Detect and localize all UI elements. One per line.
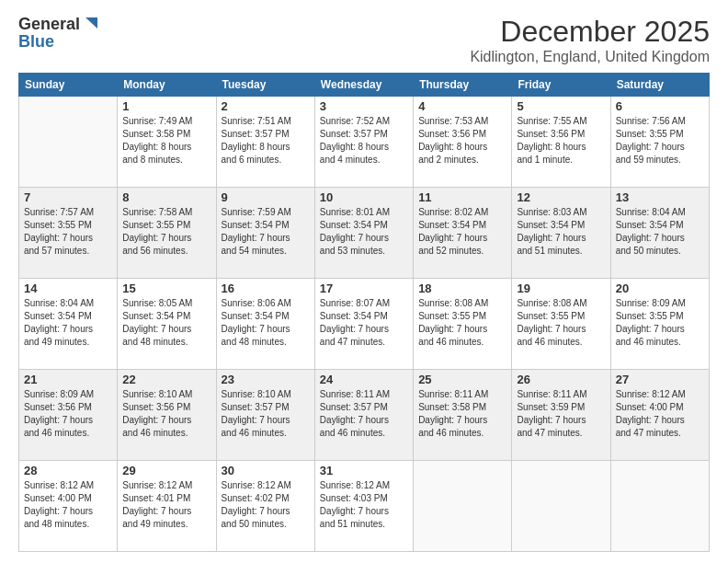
header-row: SundayMondayTuesdayWednesdayThursdayFrid…	[19, 74, 710, 97]
day-number: 1	[122, 99, 210, 113]
col-header-sunday: Sunday	[19, 74, 118, 97]
day-info: Sunrise: 7:51 AM Sunset: 3:57 PM Dayligh…	[222, 115, 310, 167]
calendar-cell: 6Sunrise: 7:56 AM Sunset: 3:55 PM Daylig…	[610, 97, 709, 188]
calendar-cell: 20Sunrise: 8:09 AM Sunset: 3:55 PM Dayli…	[610, 279, 709, 370]
day-info: Sunrise: 8:12 AM Sunset: 4:00 PM Dayligh…	[616, 388, 704, 440]
day-info: Sunrise: 8:09 AM Sunset: 3:56 PM Dayligh…	[24, 388, 112, 440]
day-number: 2	[222, 99, 310, 113]
calendar-cell: 7Sunrise: 7:57 AM Sunset: 3:55 PM Daylig…	[19, 188, 118, 279]
day-info: Sunrise: 7:57 AM Sunset: 3:55 PM Dayligh…	[24, 206, 112, 258]
day-number: 16	[222, 282, 310, 295]
calendar-cell: 21Sunrise: 8:09 AM Sunset: 3:56 PM Dayli…	[19, 370, 118, 461]
day-info: Sunrise: 7:58 AM Sunset: 3:55 PM Dayligh…	[122, 206, 210, 258]
calendar-cell: 16Sunrise: 8:06 AM Sunset: 3:54 PM Dayli…	[216, 279, 314, 370]
day-number: 10	[320, 190, 408, 204]
header: General Blue December 2025 Kidlington, E…	[18, 15, 710, 65]
day-info: Sunrise: 8:11 AM Sunset: 3:57 PM Dayligh…	[320, 388, 408, 440]
calendar-cell: 10Sunrise: 8:01 AM Sunset: 3:54 PM Dayli…	[314, 188, 413, 279]
day-info: Sunrise: 8:12 AM Sunset: 4:01 PM Dayligh…	[122, 479, 210, 531]
calendar-cell: 30Sunrise: 8:12 AM Sunset: 4:02 PM Dayli…	[216, 461, 314, 552]
day-info: Sunrise: 8:03 AM Sunset: 3:54 PM Dayligh…	[517, 206, 605, 258]
day-number: 28	[24, 464, 112, 477]
day-info: Sunrise: 8:06 AM Sunset: 3:54 PM Dayligh…	[222, 297, 310, 349]
calendar-cell: 31Sunrise: 8:12 AM Sunset: 4:03 PM Dayli…	[314, 461, 413, 552]
logo: General Blue	[18, 15, 97, 52]
calendar-table: SundayMondayTuesdayWednesdayThursdayFrid…	[18, 73, 710, 552]
svg-marker-0	[85, 17, 97, 29]
day-info: Sunrise: 7:49 AM Sunset: 3:58 PM Dayligh…	[122, 115, 210, 167]
day-number: 21	[24, 373, 112, 386]
day-info: Sunrise: 7:52 AM Sunset: 3:57 PM Dayligh…	[320, 115, 408, 167]
week-row-3: 14Sunrise: 8:04 AM Sunset: 3:54 PM Dayli…	[19, 279, 710, 370]
day-number: 29	[122, 464, 210, 477]
col-header-friday: Friday	[512, 74, 610, 97]
day-number: 25	[418, 373, 506, 386]
day-info: Sunrise: 8:11 AM Sunset: 3:58 PM Dayligh…	[418, 388, 506, 440]
day-info: Sunrise: 8:08 AM Sunset: 3:55 PM Dayligh…	[418, 297, 506, 349]
col-header-monday: Monday	[118, 74, 216, 97]
day-number: 8	[122, 190, 210, 204]
calendar-cell	[512, 461, 610, 552]
calendar-cell: 18Sunrise: 8:08 AM Sunset: 3:55 PM Dayli…	[414, 279, 512, 370]
day-info: Sunrise: 8:10 AM Sunset: 3:56 PM Dayligh…	[122, 388, 210, 440]
day-info: Sunrise: 7:55 AM Sunset: 3:56 PM Dayligh…	[517, 115, 605, 167]
day-number: 18	[418, 282, 506, 295]
calendar-cell: 22Sunrise: 8:10 AM Sunset: 3:56 PM Dayli…	[118, 370, 216, 461]
calendar-cell: 24Sunrise: 8:11 AM Sunset: 3:57 PM Dayli…	[314, 370, 413, 461]
day-number: 23	[222, 373, 310, 386]
calendar-cell: 17Sunrise: 8:07 AM Sunset: 3:54 PM Dayli…	[314, 279, 413, 370]
day-number: 19	[517, 282, 605, 295]
day-number: 7	[24, 190, 112, 204]
day-info: Sunrise: 8:09 AM Sunset: 3:55 PM Dayligh…	[616, 297, 704, 349]
logo-general: General	[18, 15, 80, 34]
calendar-cell: 12Sunrise: 8:03 AM Sunset: 3:54 PM Dayli…	[512, 188, 610, 279]
month-title: December 2025	[470, 15, 710, 49]
calendar-cell: 19Sunrise: 8:08 AM Sunset: 3:55 PM Dayli…	[512, 279, 610, 370]
day-info: Sunrise: 8:02 AM Sunset: 3:54 PM Dayligh…	[418, 206, 506, 258]
day-info: Sunrise: 8:12 AM Sunset: 4:02 PM Dayligh…	[222, 479, 310, 531]
calendar-cell: 2Sunrise: 7:51 AM Sunset: 3:57 PM Daylig…	[216, 97, 314, 188]
day-number: 27	[616, 373, 704, 386]
day-info: Sunrise: 8:10 AM Sunset: 3:57 PM Dayligh…	[222, 388, 310, 440]
calendar-cell: 4Sunrise: 7:53 AM Sunset: 3:56 PM Daylig…	[414, 97, 512, 188]
day-number: 17	[320, 282, 408, 295]
calendar-cell	[610, 461, 709, 552]
calendar-cell: 5Sunrise: 7:55 AM Sunset: 3:56 PM Daylig…	[512, 97, 610, 188]
calendar-cell	[19, 97, 118, 188]
day-info: Sunrise: 8:07 AM Sunset: 3:54 PM Dayligh…	[320, 297, 408, 349]
day-number: 5	[517, 99, 605, 113]
calendar-cell: 15Sunrise: 8:05 AM Sunset: 3:54 PM Dayli…	[118, 279, 216, 370]
col-header-tuesday: Tuesday	[216, 74, 314, 97]
day-number: 30	[222, 464, 310, 477]
logo-triangle-icon	[81, 16, 97, 32]
week-row-5: 28Sunrise: 8:12 AM Sunset: 4:00 PM Dayli…	[19, 461, 710, 552]
title-section: December 2025 Kidlington, England, Unite…	[470, 15, 710, 65]
calendar-cell: 11Sunrise: 8:02 AM Sunset: 3:54 PM Dayli…	[414, 188, 512, 279]
day-info: Sunrise: 8:04 AM Sunset: 3:54 PM Dayligh…	[616, 206, 704, 258]
calendar-cell: 23Sunrise: 8:10 AM Sunset: 3:57 PM Dayli…	[216, 370, 314, 461]
day-info: Sunrise: 8:04 AM Sunset: 3:54 PM Dayligh…	[24, 297, 112, 349]
day-number: 22	[122, 373, 210, 386]
day-info: Sunrise: 7:59 AM Sunset: 3:54 PM Dayligh…	[222, 206, 310, 258]
day-info: Sunrise: 7:56 AM Sunset: 3:55 PM Dayligh…	[616, 115, 704, 167]
day-info: Sunrise: 8:05 AM Sunset: 3:54 PM Dayligh…	[122, 297, 210, 349]
day-info: Sunrise: 8:01 AM Sunset: 3:54 PM Dayligh…	[320, 206, 408, 258]
calendar-cell: 1Sunrise: 7:49 AM Sunset: 3:58 PM Daylig…	[118, 97, 216, 188]
calendar-cell: 3Sunrise: 7:52 AM Sunset: 3:57 PM Daylig…	[314, 97, 413, 188]
day-number: 9	[222, 190, 310, 204]
day-number: 15	[122, 282, 210, 295]
calendar-cell: 14Sunrise: 8:04 AM Sunset: 3:54 PM Dayli…	[19, 279, 118, 370]
day-number: 13	[616, 190, 704, 204]
calendar-cell: 29Sunrise: 8:12 AM Sunset: 4:01 PM Dayli…	[118, 461, 216, 552]
calendar-cell	[414, 461, 512, 552]
logo-blue: Blue	[18, 32, 54, 52]
day-number: 12	[517, 190, 605, 204]
day-number: 3	[320, 99, 408, 113]
day-info: Sunrise: 8:11 AM Sunset: 3:59 PM Dayligh…	[517, 388, 605, 440]
week-row-4: 21Sunrise: 8:09 AM Sunset: 3:56 PM Dayli…	[19, 370, 710, 461]
day-number: 20	[616, 282, 704, 295]
calendar-cell: 26Sunrise: 8:11 AM Sunset: 3:59 PM Dayli…	[512, 370, 610, 461]
week-row-1: 1Sunrise: 7:49 AM Sunset: 3:58 PM Daylig…	[19, 97, 710, 188]
col-header-thursday: Thursday	[414, 74, 512, 97]
day-info: Sunrise: 8:12 AM Sunset: 4:00 PM Dayligh…	[24, 479, 112, 531]
